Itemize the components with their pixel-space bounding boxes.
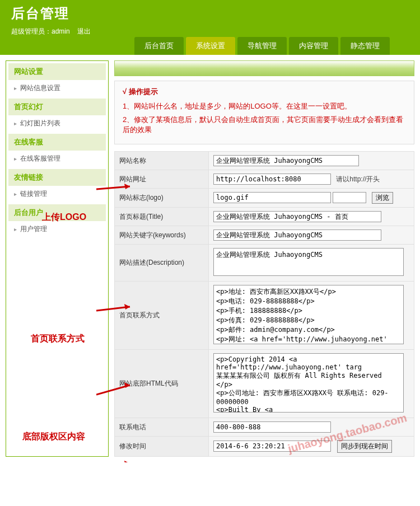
admin-name: admin (52, 27, 70, 35)
tab-content-manage[interactable]: 内容管理 (289, 37, 338, 55)
tips-title: √ 操作提示 (123, 87, 406, 97)
sidebar-section-slide: 首页幻灯 (8, 99, 106, 115)
sidebar: 网站设置 网站信息设置 首页幻灯 幻灯图片列表 在线客服 在线客服管理 友情链接… (6, 60, 109, 457)
sidebar-item-user-manage[interactable]: 用户管理 (8, 221, 106, 237)
app-title: 后台管理 (11, 4, 409, 22)
sidebar-section-service: 在线客服 (8, 134, 106, 151)
sidebar-item-slide-list[interactable]: 幻灯图片列表 (8, 115, 106, 132)
label-title: 首页标题(Title) (115, 208, 209, 226)
tips-box: √ 操作提示 1、网站叫什么名，地址是多少，网站的LOGO等。在这里一一设置吧。… (114, 81, 414, 144)
settings-form: 网站名称 网站网址 请以http://开头 网站标志(logo) 浏览 (114, 151, 414, 457)
tab-system-settings[interactable]: 系统设置 (186, 37, 235, 55)
label-phone: 联系电话 (115, 418, 209, 437)
tab-static-manage[interactable]: 静态管理 (340, 37, 390, 55)
label-site-name: 网站名称 (115, 152, 209, 170)
sidebar-section-site: 网站设置 (8, 63, 106, 80)
admin-prefix: 超级管理员： (11, 27, 52, 35)
tab-nav-manage[interactable]: 导航管理 (237, 37, 287, 55)
hint-site-url: 请以http://开头 (336, 175, 380, 183)
label-site-url: 网站网址 (115, 170, 209, 189)
tip-line-2: 2、修改了某项信息后，默认只会自动生成首页面，其它页面需要手动生成才会看到查看后… (123, 115, 406, 135)
sidebar-section-users: 后台用户 (8, 204, 106, 221)
input-keywords[interactable] (213, 229, 381, 241)
input-logo-file[interactable] (333, 192, 366, 203)
sidebar-item-service-manage[interactable]: 在线客服管理 (8, 151, 106, 167)
label-footer: 网站底部HTML代码 (115, 350, 209, 418)
header: 后台管理 超级管理员：admin 退出 (0, 0, 420, 37)
admin-info: 超级管理员：admin 退出 (11, 27, 409, 36)
input-phone[interactable] (213, 421, 331, 433)
sidebar-item-site-info[interactable]: 网站信息设置 (8, 80, 106, 96)
logout-link[interactable]: 退出 (77, 27, 91, 35)
textarea-contact[interactable]: <p>地址: 西安市高新区XX路XX号</p> <p>电话: 029-88888… (213, 285, 404, 344)
label-description: 网站描述(Description) (115, 245, 209, 282)
sidebar-section-links: 友情链接 (8, 169, 106, 186)
label-keywords: 网站关键字(keywords) (115, 226, 209, 245)
textarea-description[interactable]: 企业网站管理系统 JuhaoyongCMS (213, 248, 404, 276)
browse-button[interactable]: 浏览 (372, 192, 393, 204)
tip-line-1: 1、网站叫什么名，地址是多少，网站的LOGO等。在这里一一设置吧。 (123, 101, 406, 111)
sync-time-button[interactable]: 同步到现在时间 (337, 440, 392, 453)
main-content: √ 操作提示 1、网站叫什么名，地址是多少，网站的LOGO等。在这里一一设置吧。… (114, 60, 414, 457)
label-contact: 首页联系方式 (115, 282, 209, 350)
main-tabs: 后台首页 系统设置 导航管理 内容管理 静态管理 (0, 37, 420, 55)
content-header-bar (114, 60, 414, 76)
tab-home[interactable]: 后台首页 (134, 37, 184, 55)
input-update-time[interactable] (213, 441, 331, 452)
input-site-name[interactable] (213, 155, 359, 166)
input-logo[interactable] (213, 192, 331, 203)
input-site-url[interactable] (213, 174, 331, 185)
input-title[interactable] (213, 211, 381, 222)
label-logo: 网站标志(logo) (115, 189, 209, 208)
label-update-time: 修改时间 (115, 437, 209, 457)
textarea-footer[interactable]: <p>Copyright 2014 <a href='http://www.ju… (213, 353, 404, 413)
sidebar-item-link-manage[interactable]: 链接管理 (8, 186, 106, 202)
